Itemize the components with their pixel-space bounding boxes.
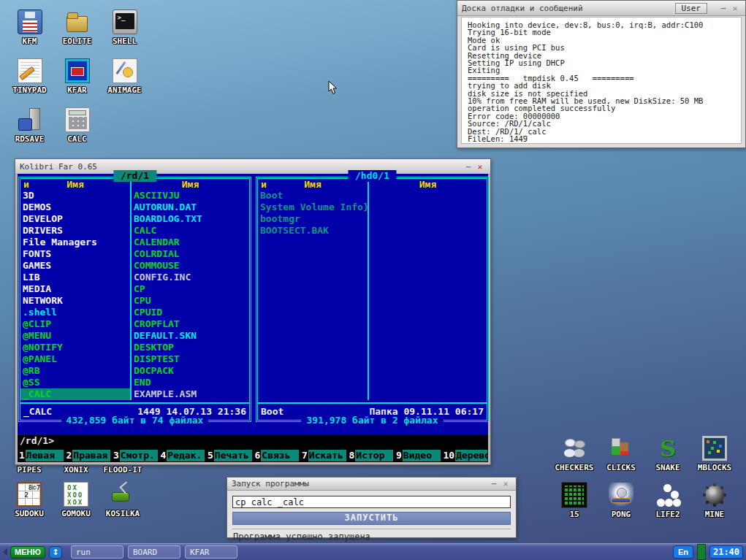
column-header: иИмя [258, 179, 368, 190]
desktop-icons-bottom-left-row2: SUDOKUGOMOKUKOSILKA [6, 482, 146, 529]
window-switch-button[interactable]: ↕ [49, 546, 62, 559]
file-item[interactable]: DRIVERS [20, 225, 130, 237]
fkey-2[interactable]: 2Правая [66, 450, 111, 461]
fkey-4[interactable]: 4Редак. [160, 450, 205, 461]
file-item[interactable]: CONFIG.INC [132, 272, 249, 283]
desktop-icon-xonix[interactable]: XONIX [53, 465, 99, 480]
file-item[interactable]: CALC [132, 225, 249, 237]
fkey-1[interactable]: 1Левая [18, 450, 64, 461]
file-item[interactable]: CALENDAR [132, 237, 249, 248]
file-item[interactable]: EXAMPLE.ASM [132, 388, 249, 400]
desktop-icon-kosilka[interactable]: KOSILKA [99, 482, 146, 529]
file-item[interactable]: CPU [132, 295, 249, 307]
file-item[interactable]: Boot [258, 190, 368, 202]
file-item[interactable]: CP [132, 283, 249, 295]
file-item[interactable]: System Volume Info} [258, 202, 368, 213]
close-icon[interactable]: ✕ [500, 479, 511, 488]
desktop-icon-fifteen[interactable]: 15 [551, 483, 598, 529]
file-item[interactable]: DEMOS [20, 202, 130, 213]
file-item[interactable]: BOARDLOG.TXT [132, 213, 249, 225]
desktop-icon-life2[interactable]: LIFE2 [644, 483, 691, 529]
clock[interactable]: 21:40 [709, 545, 743, 559]
collapse-arrow-icon[interactable] [3, 548, 7, 556]
command-input[interactable] [232, 496, 511, 508]
desktop-icon-snake[interactable]: SNAKE [644, 436, 691, 483]
file-item[interactable]: DESKTOP [132, 342, 249, 353]
command-line[interactable]: /rd/1> [18, 435, 488, 448]
file-item[interactable]: @RB [20, 365, 130, 377]
desktop-icon-pong[interactable]: PONG [598, 483, 644, 529]
file-item[interactable]: CROPFLAT [132, 318, 249, 330]
desktop-icon-rdsave[interactable]: RDSAVE [6, 107, 53, 156]
desktop-icon-clicks[interactable]: CLICKS [598, 436, 644, 483]
desktop-icon-checkers[interactable]: CHECKERS [551, 436, 598, 483]
desktop-icon-kfar[interactable]: KFAR [53, 58, 101, 107]
file-item[interactable]: AUTORUN.DAT [132, 202, 249, 213]
close-icon[interactable]: ✕ [474, 162, 486, 172]
file-item[interactable]: @CLIP [20, 318, 130, 330]
language-indicator[interactable]: En [673, 545, 693, 559]
close-icon[interactable]: ✕ [729, 4, 741, 13]
desktop-icon-shell[interactable]: SHELL [101, 9, 148, 58]
run-dialog-titlebar[interactable]: Запуск программы – ✕ [227, 477, 516, 491]
desktop-icon-label: RDSAVE [15, 134, 45, 144]
file-item[interactable]: @MENU [20, 330, 130, 342]
fkey-6[interactable]: 6Связь [254, 450, 300, 461]
minimize-icon[interactable]: – [463, 162, 474, 172]
function-key-bar: 1Левая2Правая3Смотр.4Редак.5Печать6Связь… [18, 448, 488, 462]
user-button[interactable]: User [675, 3, 708, 14]
desktop-icon-floodit[interactable]: FLOOD-IT [99, 465, 146, 480]
file-item[interactable]: @PANEL [20, 353, 130, 365]
task-button-run[interactable]: run [71, 545, 123, 559]
file-item[interactable]: DEFAULT.SKN [132, 330, 249, 342]
file-item[interactable]: CPUID [132, 307, 249, 318]
file-item[interactable]: _CALC [20, 388, 130, 400]
kfar-icon [65, 58, 90, 83]
file-item[interactable]: BOOTSECT.BAK [258, 225, 368, 237]
file-item[interactable]: .shell [20, 307, 130, 318]
desktop-icon-mine[interactable]: MINE [691, 483, 738, 529]
file-item[interactable]: END [132, 377, 249, 388]
file-item[interactable]: @SS [20, 377, 130, 388]
desktop-icon-sudoku[interactable]: SUDOKU [6, 482, 53, 529]
launch-button[interactable]: ЗАПУСТИТЬ [232, 512, 511, 525]
file-item[interactable]: ASCIIVJU [132, 190, 249, 202]
fkey-3[interactable]: 3Смотр. [113, 450, 158, 461]
file-item[interactable]: DOCPACK [132, 365, 249, 377]
task-button-kfar[interactable]: KFAR [185, 545, 237, 559]
minimize-icon[interactable]: – [488, 479, 500, 488]
sort-indicator: и [261, 179, 267, 190]
file-item[interactable]: COMMOUSE [132, 260, 249, 272]
desktop-icon-eolite[interactable]: EOLITE [53, 9, 101, 58]
file-item[interactable]: COLRDIAL [132, 248, 249, 260]
file-item[interactable]: File Managers [20, 237, 130, 248]
desktop-icon-tinypad[interactable]: TINYPAD [6, 58, 53, 107]
desktop-icon-pipes[interactable]: PIPES [6, 465, 53, 480]
desktop-icons-bottom-left-row1: PIPESXONIXFLOOD-IT [6, 465, 146, 480]
desktop-icon-calc[interactable]: CALC [53, 107, 101, 156]
file-item[interactable]: 3D [20, 190, 130, 202]
task-button-board[interactable]: BOARD [128, 545, 180, 559]
file-item[interactable]: DISPTEST [132, 353, 249, 365]
fkey-7[interactable]: 7Искать [301, 450, 346, 461]
fkey-10[interactable]: 10Дерево [443, 450, 488, 461]
file-item[interactable]: GAMES [20, 260, 130, 272]
file-item[interactable]: @NOTIFY [20, 342, 130, 353]
far-titlebar[interactable]: Kolibri Far 0.65 – ✕ [15, 159, 490, 174]
debug-titlebar[interactable]: Доска отладки и сообщений User – ✕ [457, 1, 745, 16]
file-item[interactable]: MEDIA [20, 283, 130, 295]
desktop-icon-gomoku[interactable]: GOMOKU [53, 482, 99, 529]
desktop-icon-animage[interactable]: ANIMAGE [101, 58, 148, 107]
menu-button[interactable]: МЕНЮ [10, 546, 45, 559]
file-item[interactable]: FONTS [20, 248, 130, 260]
file-item[interactable]: NETWORK [20, 295, 130, 307]
fkey-5[interactable]: 5Печать [207, 450, 252, 461]
fkey-9[interactable]: 9Видео [395, 450, 441, 461]
file-item[interactable]: DEVELOP [20, 213, 130, 225]
file-item[interactable]: bootmgr [258, 213, 368, 225]
minimize-icon[interactable]: – [718, 4, 729, 13]
fkey-8[interactable]: 8Истор [349, 450, 394, 461]
desktop-icon-mblocks[interactable]: MBLOCKS [691, 436, 738, 483]
file-item[interactable]: LIB [20, 272, 130, 283]
desktop-icon-kfm[interactable]: KFM [6, 9, 53, 58]
